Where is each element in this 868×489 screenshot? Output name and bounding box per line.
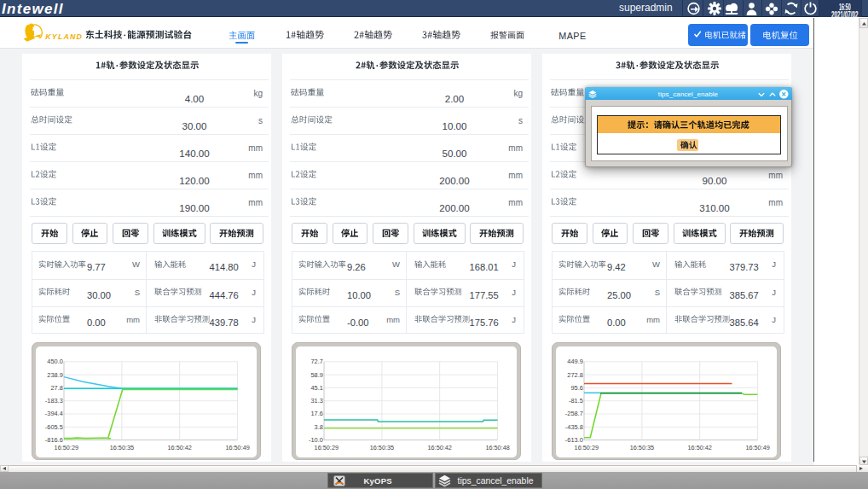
svg-text:272.8: 272.8 xyxy=(567,370,583,378)
svg-text:16:50:49: 16:50:49 xyxy=(745,444,769,451)
svg-text:16:50:29: 16:50:29 xyxy=(574,444,598,451)
svg-text:16:50:42: 16:50:42 xyxy=(687,444,711,451)
svg-text:-10.0: -10.0 xyxy=(309,436,323,444)
svg-text:-816.6: -816.6 xyxy=(45,436,63,444)
svg-text:27.8: 27.8 xyxy=(50,384,62,392)
svg-text:16:50:48: 16:50:48 xyxy=(485,444,509,451)
svg-text:3.8: 3.8 xyxy=(314,423,322,431)
svg-text:-613.0: -613.0 xyxy=(565,436,583,444)
svg-text:95.6: 95.6 xyxy=(570,384,582,392)
svg-text:16:50:49: 16:50:49 xyxy=(225,444,249,451)
svg-text:449.9: 449.9 xyxy=(567,358,583,365)
svg-text:-435.8: -435.8 xyxy=(565,423,583,431)
svg-text:16:50:35: 16:50:35 xyxy=(369,444,393,451)
svg-text:16:50:29: 16:50:29 xyxy=(314,444,338,451)
svg-text:-258.7: -258.7 xyxy=(565,410,583,417)
svg-text:31.3: 31.3 xyxy=(310,397,322,405)
svg-text:17.6: 17.6 xyxy=(310,410,322,417)
svg-text:45.1: 45.1 xyxy=(310,384,322,392)
svg-text:-605.5: -605.5 xyxy=(45,423,63,431)
svg-text:238.9: 238.9 xyxy=(47,370,63,378)
svg-text:16:50:42: 16:50:42 xyxy=(167,444,191,451)
svg-text:450.0: 450.0 xyxy=(47,358,63,365)
svg-text:-394.4: -394.4 xyxy=(45,410,63,417)
svg-text:58.9: 58.9 xyxy=(310,370,322,378)
svg-text:16:50:35: 16:50:35 xyxy=(629,444,653,451)
svg-text:16:50:42: 16:50:42 xyxy=(427,444,451,451)
svg-text:-183.3: -183.3 xyxy=(45,397,63,405)
svg-text:16:50:35: 16:50:35 xyxy=(109,444,133,451)
svg-text:-81.5: -81.5 xyxy=(569,397,583,405)
svg-text:72.7: 72.7 xyxy=(310,358,322,365)
svg-text:16:50:29: 16:50:29 xyxy=(54,444,78,451)
